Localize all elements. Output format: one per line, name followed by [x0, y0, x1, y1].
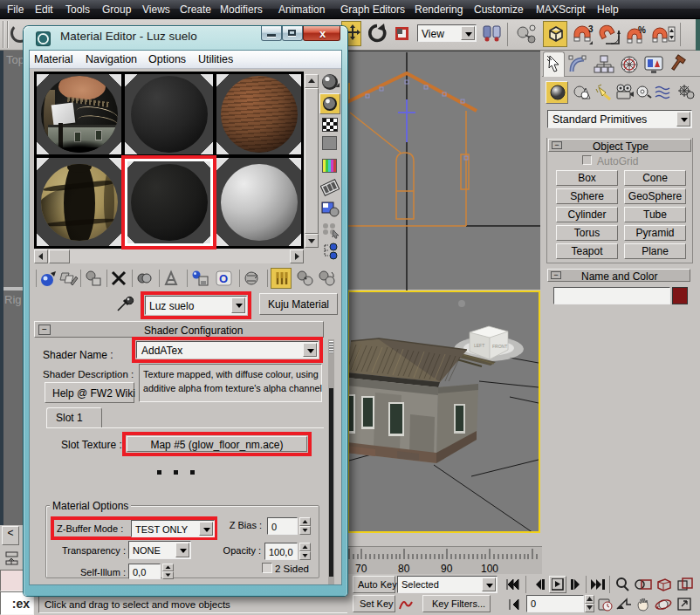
svg-text:3: 3: [588, 24, 594, 34]
svg-text:LEFT: LEFT: [474, 343, 484, 348]
svg-text:FRONT: FRONT: [492, 344, 507, 349]
svg-text:O: O: [219, 272, 228, 285]
svg-text:%: %: [638, 25, 646, 35]
